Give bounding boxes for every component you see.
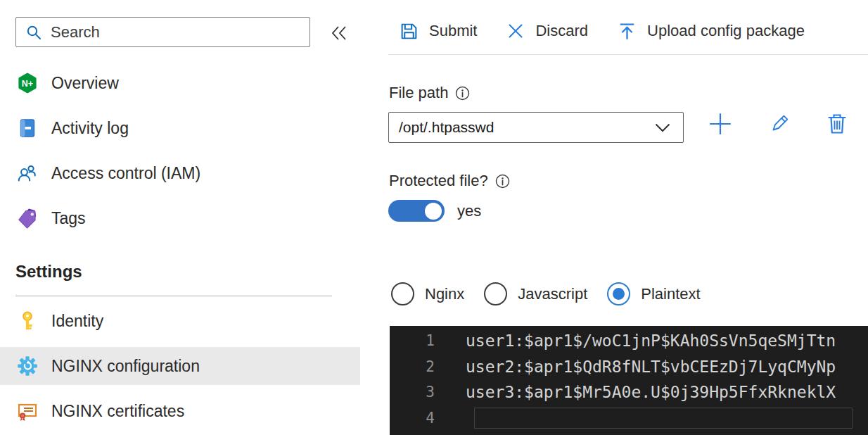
svg-text:N+: N+: [22, 79, 33, 89]
nginx-logo-icon: N+: [17, 72, 38, 94]
tag-icon: [17, 208, 38, 229]
main-panel: Submit Discard Upload config package Fil…: [388, 0, 868, 435]
upload-config-package-button[interactable]: Upload config package: [618, 22, 805, 41]
upload-icon: [618, 22, 637, 41]
line-number: 1: [390, 332, 445, 349]
sidebar-item-access-control[interactable]: Access control (IAM): [0, 151, 360, 196]
toggle-knob: [425, 203, 442, 220]
discard-label: Discard: [535, 22, 588, 40]
info-icon[interactable]: [495, 174, 510, 189]
file-path-field-label: File path: [389, 84, 470, 102]
sidebar-item-label: Activity log: [51, 119, 129, 138]
protected-file-toggle-row: yes: [388, 200, 481, 222]
command-bar: Submit Discard Upload config package: [400, 15, 805, 46]
sidebar-item-activity-log[interactable]: Activity log: [0, 106, 360, 151]
editor-line[interactable]: 3 user3:$apr1$Mr5A0e.U$0j39Hp5FfxRkneklX: [390, 379, 868, 405]
sidebar-item-nginx-certificates[interactable]: NGINX certificates: [0, 392, 360, 430]
toggle-state-label: yes: [457, 202, 481, 220]
protected-file-field-label: Protected file?: [389, 172, 510, 190]
access-control-icon: [17, 163, 38, 184]
line-number: 2: [390, 358, 445, 375]
editor-line[interactable]: 2 user2:$apr1$QdR8fNLT$vbCEEzDj7LyqCMyNp: [390, 354, 868, 380]
sidebar-item-label: Identity: [51, 312, 103, 331]
file-path-select[interactable]: /opt/.htpasswd: [388, 112, 684, 143]
sidebar: N+ Overview Activity log: [0, 0, 360, 435]
line-text: user1:$apr1$/woC1jnP$KAh0SsVn5qeSMjTtn: [466, 332, 836, 350]
chevron-down-icon: [655, 123, 670, 132]
radio-label: Plaintext: [641, 285, 700, 303]
gear-icon: [17, 355, 38, 377]
settings-divider: [15, 296, 332, 296]
radio-javascript[interactable]: Javascript: [484, 282, 587, 305]
editor-line[interactable]: 1 user1:$apr1$/woC1jnP$KAh0SsVn5qeSMjTtn: [390, 328, 868, 354]
sidebar-item-label: NGINX configuration: [51, 357, 200, 376]
sidebar-item-label: Access control (IAM): [51, 164, 200, 183]
activity-log-icon: [17, 118, 38, 139]
radio-circle: [607, 282, 630, 305]
trash-icon: [825, 112, 849, 136]
line-text: user2:$apr1$QdR8fNLT$vbCEEzDj7LyqCMyNp: [466, 358, 836, 376]
sidebar-item-label: Overview: [51, 74, 119, 93]
certificate-icon: [17, 401, 38, 422]
toolbar-divider: [388, 54, 868, 55]
config-code-editor[interactable]: 1 user1:$apr1$/woC1jnP$KAh0SsVn5qeSMjTtn…: [390, 326, 868, 435]
app-root: N+ Overview Activity log: [0, 0, 868, 435]
sidebar-collapse-button[interactable]: [328, 22, 352, 44]
radio-selected-dot: [613, 288, 625, 300]
radio-label: Javascript: [518, 285, 587, 303]
discard-button[interactable]: Discard: [506, 22, 588, 40]
search-box: [15, 17, 310, 47]
search-input[interactable]: [51, 23, 283, 42]
submit-button[interactable]: Submit: [400, 22, 477, 41]
radio-circle: [391, 282, 414, 305]
radio-plaintext[interactable]: Plaintext: [607, 282, 700, 305]
editor-current-line-indicator: [474, 408, 853, 429]
radio-nginx[interactable]: Nginx: [391, 282, 464, 305]
protected-file-toggle[interactable]: [388, 200, 445, 222]
submit-label: Submit: [429, 22, 477, 40]
sidebar-settings-nav: Identity: [0, 302, 360, 435]
radio-circle: [484, 282, 507, 305]
sidebar-item-overview[interactable]: N+ Overview: [0, 61, 360, 106]
line-text: user3:$apr1$Mr5A0e.U$0j39Hp5FfxRkneklX: [466, 383, 836, 401]
sidebar-item-nginx-configuration[interactable]: NGINX configuration: [0, 347, 360, 385]
pencil-icon: [767, 112, 791, 136]
editor-line[interactable]: 4: [390, 405, 868, 431]
search-icon: [25, 24, 42, 41]
settings-section-header: Settings: [15, 262, 82, 282]
info-icon[interactable]: [455, 86, 470, 101]
protected-file-label: Protected file?: [389, 172, 488, 190]
close-icon: [506, 22, 525, 40]
sidebar-item-label: Tags: [51, 209, 86, 228]
file-path-label: File path: [389, 84, 448, 102]
line-number: 4: [390, 410, 445, 427]
plus-icon: [708, 112, 732, 136]
syntax-radio-group: Nginx Javascript Plaintext: [391, 282, 701, 305]
add-file-button[interactable]: [706, 110, 734, 138]
key-icon: [17, 310, 38, 332]
edit-file-button[interactable]: [765, 110, 793, 138]
sidebar-item-label: NGINX certificates: [51, 402, 184, 421]
save-icon: [400, 22, 419, 41]
file-path-value: /opt/.htpasswd: [399, 119, 494, 136]
line-number: 3: [390, 384, 445, 401]
upload-label: Upload config package: [647, 22, 805, 40]
delete-file-button[interactable]: [823, 110, 851, 138]
collapse-chevrons-icon: [330, 24, 350, 42]
sidebar-item-identity[interactable]: Identity: [0, 302, 360, 340]
radio-label: Nginx: [425, 285, 464, 303]
sidebar-item-tags[interactable]: Tags: [0, 196, 360, 241]
sidebar-nav: N+ Overview Activity log: [0, 61, 360, 241]
